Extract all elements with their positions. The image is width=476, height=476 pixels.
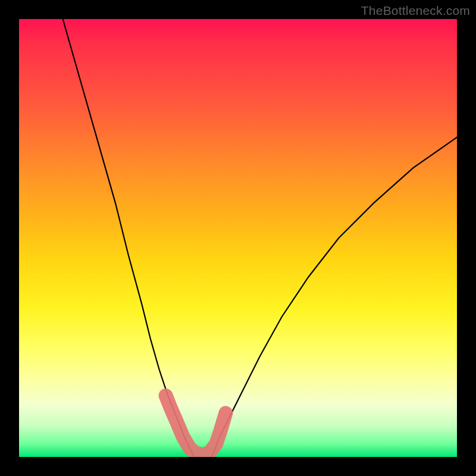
plot-area [19,19,457,457]
curve-right-branch [212,137,457,457]
valley-marker [166,396,226,455]
curves-layer [19,19,457,457]
curve-left-branch [63,19,195,457]
watermark-text: TheBottleneck.com [361,4,470,18]
outer-frame: TheBottleneck.com [0,0,476,476]
